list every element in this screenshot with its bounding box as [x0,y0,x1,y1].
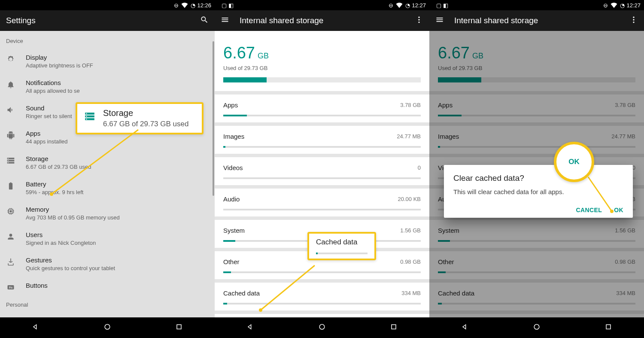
android-icon [6,131,15,140]
recents-button[interactable] [389,323,398,333]
setting-battery[interactable]: Battery59% - approx. 9 hrs left [0,175,215,201]
cancel-button[interactable]: CANCEL [576,207,602,213]
gesture-icon [6,257,15,267]
user-icon [6,232,15,241]
callout-storage-title: Storage [103,108,188,118]
category-size: 20.00 KB [398,196,421,202]
section-device: Device [0,31,215,49]
back-button[interactable] [31,323,40,333]
recents-button[interactable] [175,323,183,333]
callout-storage: Storage 6.67 GB of 29.73 GB used [76,102,204,134]
category-bar [223,115,421,116]
setting-subtitle: 6.67 GB of 29.73 GB used [26,164,91,170]
svg-point-11 [319,324,325,329]
ok-button[interactable]: OK [614,207,623,213]
setting-storage[interactable]: Storage6.67 GB of 29.73 GB used [0,150,215,175]
dialog-message: This will clear cached data for all apps… [453,188,623,195]
loading-icon: ◔ [191,2,195,9]
dnd-icon: ⊖ [174,2,179,9]
app-bar: Internal shared storage [215,10,429,31]
status-bar: ⊖ ◔ 12:26 [0,0,215,10]
svg-rect-5 [177,325,181,329]
svg-rect-19 [606,325,611,329]
shield-icon: ▢ [222,2,227,9]
setting-title: Display [26,54,93,61]
category-name: Cached data [223,289,260,297]
overflow-button[interactable] [629,15,638,26]
recents-button[interactable] [604,323,613,333]
svg-point-13 [633,17,634,18]
category-cached-data[interactable]: Cached data334 MB [215,283,429,311]
category-images[interactable]: Images24.77 MB [215,126,429,154]
setting-user[interactable]: UsersSigned in as Nick Congleton [0,226,215,251]
setting-subtitle: Ringer set to silent [26,113,72,119]
setting-bell[interactable]: NotificationsAll apps allowed to se [0,74,215,99]
dnd-icon: ⊖ [389,2,393,9]
used-value: 6.67 [223,44,255,62]
dialog-title: Clear cached data? [453,174,623,183]
overflow-button[interactable] [415,15,423,26]
svg-point-4 [105,324,110,329]
clock: 12:27 [626,2,641,9]
search-button[interactable] [200,15,209,26]
back-button[interactable] [461,323,469,333]
setting-brightness[interactable]: DisplayAdaptive brightness is OFF [0,49,215,74]
category-videos[interactable]: Videos0 [215,157,429,185]
category-size: 334 MB [401,290,421,296]
app-bar: Settings [0,10,215,31]
home-button[interactable] [103,323,112,333]
back-button[interactable] [246,323,255,333]
category-apps[interactable]: Apps3.78 GB [215,94,429,122]
loading-icon: ◔ [620,2,625,9]
loading-icon: ◔ [405,2,410,9]
svg-point-6 [418,17,419,18]
svg-text:Fn: Fn [9,286,12,289]
wifi-icon [610,0,618,10]
battery-icon [6,181,15,191]
hamburger-button[interactable] [221,15,229,26]
category-explore[interactable]: Explore [215,314,429,317]
svg-point-18 [534,324,539,329]
nav-bar [429,317,644,338]
setting-subtitle: Avg 703 MB of 0.95 GB memory used [26,214,120,221]
hamburger-button[interactable] [435,15,444,26]
category-bar [223,177,421,179]
section-personal: Personal [0,297,215,312]
category-audio[interactable]: Audio20.00 KB [215,189,429,216]
status-bar: ▢ ◧ ⊖ ◔ 12:27 [429,0,644,10]
setting-subtitle: 59% - approx. 9 hrs left [26,189,83,195]
setting-title: Buttons [26,282,48,289]
dnd-icon: ⊖ [603,2,608,9]
storage-content: Manage storage 6.67 GB Used of 29.73 GB … [215,31,429,317]
setting-memory[interactable]: MemoryAvg 703 MB of 0.95 GB memory used [0,201,215,226]
category-name: Images [223,133,244,140]
svg-rect-12 [392,325,396,329]
setting-title: Memory [26,206,120,213]
scrollbar[interactable] [213,41,214,196]
page-title: Settings [6,16,36,25]
page-title: Internal shared storage [454,16,538,25]
clock: 12:27 [412,2,426,9]
home-button[interactable] [318,323,326,333]
shield-icon: ▢ [436,2,441,9]
brightness-icon [6,55,15,64]
setting-fn[interactable]: FnButtons [0,277,215,297]
pane-settings: ⊖ ◔ 12:26 Settings Device DisplayAdaptiv… [0,0,215,338]
setting-gesture[interactable]: GesturesQuick gestures to control your t… [0,251,215,277]
storage-icon [6,156,15,165]
callout-cached: Cached data [307,232,376,260]
usage-bar [223,77,421,82]
clock: 12:26 [197,2,211,9]
page-title: Internal shared storage [240,16,323,25]
svg-point-8 [418,21,419,23]
pane-dialog: ▢ ◧ ⊖ ◔ 12:27 Internal shared storage Ma… [429,0,644,338]
fn-icon: Fn [6,283,15,292]
category-bar [223,303,421,305]
svg-point-14 [633,19,634,20]
callout-storage-sub: 6.67 GB of 29.73 GB used [103,120,188,128]
setting-subtitle: Adaptive brightness is OFF [26,62,93,69]
home-button[interactable] [532,323,541,333]
volume-icon [6,105,15,115]
storage-summary: Manage storage 6.67 GB Used of 29.73 GB [215,31,429,91]
used-subtitle: Used of 29.73 GB [223,65,421,71]
